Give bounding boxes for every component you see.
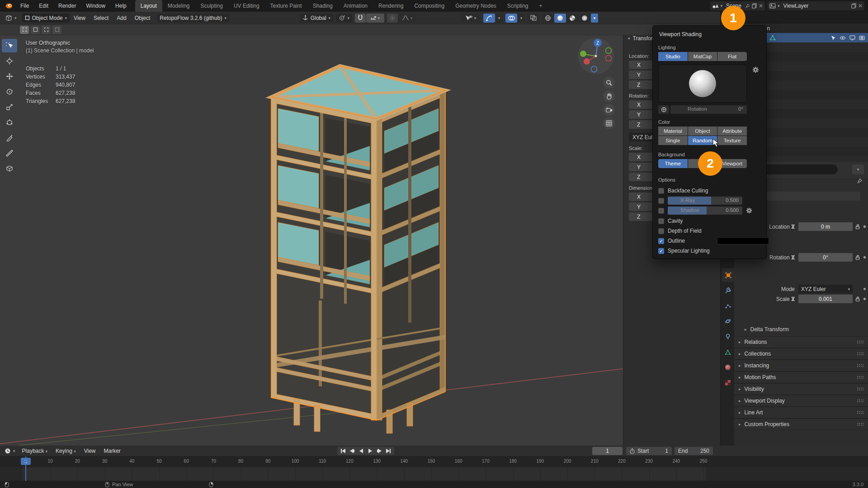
lock-icon[interactable] [855, 224, 860, 230]
mode-selector[interactable]: Object Mode ▾ [22, 14, 70, 23]
zoom-button[interactable] [603, 77, 615, 89]
tool-add-cube[interactable] [2, 162, 17, 175]
specular-checkbox[interactable]: ✓ [658, 248, 664, 254]
animate-dot[interactable] [863, 256, 866, 258]
xray-toggle[interactable] [528, 14, 539, 23]
disable-render-icon[interactable] [859, 35, 865, 40]
color-option-button[interactable]: Texture [717, 136, 747, 145]
frame-end-field[interactable]: End250 [675, 447, 713, 455]
close-icon[interactable]: ✕ [858, 3, 863, 9]
menu-item[interactable]: File [15, 0, 34, 12]
close-icon[interactable]: ✕ [759, 3, 763, 9]
properties-filter-dropdown[interactable]: ▾ [852, 164, 864, 174]
chevron-down-icon[interactable]: ▾ [628, 36, 630, 41]
lighting-option-button[interactable]: MatCap [688, 52, 717, 61]
viewport-menu-item[interactable]: View [70, 15, 90, 21]
next-keyframe-button[interactable] [375, 448, 383, 454]
timeline-track[interactable] [0, 467, 868, 481]
panel-drag-handle[interactable] [857, 399, 864, 403]
gizmos-toggle[interactable] [483, 14, 495, 23]
add-workspace-button[interactable]: + [534, 0, 548, 12]
pan-hand-button[interactable] [603, 90, 615, 102]
timeline-menu-dropdown[interactable]: Keying ▾ [52, 448, 80, 454]
workspace-tab[interactable]: Animation [338, 0, 373, 12]
workspace-tab[interactable]: UV Editing [228, 0, 265, 12]
timeline-menu-item[interactable]: View [80, 448, 100, 454]
properties-panel-header[interactable]: ▸ Custom Properties [734, 418, 868, 430]
world-rotation-icon[interactable] [658, 105, 669, 114]
timeline-menu-item[interactable]: Marker [99, 448, 124, 454]
animate-dot[interactable] [863, 288, 866, 290]
snap-toggle[interactable] [355, 14, 366, 23]
select-mode-intersect-button[interactable] [52, 26, 61, 34]
current-frame-field[interactable]: 1 [592, 447, 623, 455]
xray-slider[interactable]: X-Ray0.500 [668, 197, 742, 205]
menu-item[interactable]: Help [110, 0, 132, 12]
play-button[interactable] [366, 448, 374, 454]
backface-culling-checkbox[interactable] [658, 188, 664, 194]
rotation-slider[interactable]: Rotation 0° [670, 105, 747, 114]
copy-icon[interactable] [752, 3, 757, 9]
viewport-model[interactable] [251, 47, 459, 445]
timeline-editor-type-button[interactable]: ▾ [2, 446, 18, 455]
panel-drag-handle[interactable] [857, 364, 864, 367]
timeline-menu-dropdown[interactable]: Playback ▾ [18, 448, 52, 454]
selectable-icon[interactable] [831, 35, 836, 41]
properties-panel-header[interactable]: ▸ Motion Paths [734, 371, 868, 383]
properties-panel-header[interactable]: ▸ Relations [734, 336, 868, 348]
shading-material-button[interactable] [566, 14, 578, 23]
color-option-button[interactable]: Single [658, 136, 688, 145]
workspace-tab[interactable]: Rendering [373, 0, 409, 12]
lock-icon[interactable] [855, 255, 860, 260]
workspace-tab[interactable]: Layout [135, 0, 162, 12]
menu-item[interactable]: Edit [34, 0, 53, 12]
workspace-tab[interactable]: Sculpting [195, 0, 228, 12]
play-reverse-button[interactable] [357, 448, 365, 454]
viewport-menu-item[interactable]: Object [131, 15, 155, 21]
shading-solid-button[interactable] [554, 14, 566, 23]
value-field[interactable]: 0° [798, 253, 853, 262]
hide-eye-icon[interactable] [840, 36, 846, 40]
lighting-option-button[interactable]: Flat [717, 52, 747, 61]
tool-transform[interactable] [2, 116, 17, 129]
pivot-point-dropdown[interactable]: ▾ [336, 14, 352, 23]
color-option-button[interactable]: Object [688, 127, 717, 136]
proportional-falloff-dropdown[interactable]: ▾ [398, 14, 416, 23]
properties-panel-header[interactable]: ▸ Line Art [734, 407, 868, 418]
tool-annotate[interactable] [2, 131, 17, 145]
workspace-tab[interactable]: Scripting [502, 0, 534, 12]
tool-select-box[interactable] [2, 39, 17, 52]
menu-item[interactable]: Render [53, 0, 81, 12]
shadow-settings-gear-icon[interactable] [746, 207, 752, 214]
xray-checkbox[interactable] [658, 198, 664, 204]
tool-rotate[interactable] [2, 85, 17, 99]
shading-rendered-button[interactable] [579, 14, 590, 23]
lighting-option-button[interactable]: Studio [658, 52, 688, 61]
editor-type-button[interactable]: ▾ [3, 14, 19, 23]
color-option-button[interactable]: Attribute [717, 127, 747, 136]
pin-id-icon[interactable] [857, 178, 863, 184]
value-field[interactable]: 0 m [798, 222, 853, 231]
disable-viewport-icon[interactable] [849, 35, 855, 40]
retopoflow-dropdown[interactable]: RetopoFlow 3.2.6 (github) ▾ [157, 14, 229, 23]
viewlayer-selector[interactable]: ▾ ViewLayer ✕ [768, 1, 864, 10]
panel-drag-handle[interactable] [857, 411, 864, 414]
camera-view-button[interactable] [603, 104, 615, 116]
properties-panel-header[interactable]: ▸ Collections [734, 348, 868, 360]
navigation-gizmo[interactable]: Z [577, 37, 615, 75]
animate-dot[interactable] [863, 298, 866, 300]
shading-wireframe-button[interactable] [542, 14, 554, 23]
overlays-toggle[interactable] [505, 14, 517, 23]
playhead[interactable] [25, 456, 26, 481]
gizmos-dropdown[interactable]: ▾ [495, 14, 503, 23]
tool-measure[interactable] [2, 146, 17, 160]
properties-panel-header[interactable]: ▸ Visibility [734, 383, 868, 395]
properties-panel-header[interactable]: ▸ Viewport Display [734, 395, 868, 407]
properties-panel-header[interactable]: ▸ Instancing [734, 360, 868, 371]
lock-icon[interactable] [855, 296, 860, 302]
cavity-checkbox[interactable] [658, 218, 664, 224]
tab-modifier-properties[interactable] [722, 284, 734, 297]
workspace-tab[interactable]: Modeling [162, 0, 195, 12]
proportional-editing-toggle[interactable] [387, 14, 398, 23]
panel-drag-handle[interactable] [857, 387, 864, 391]
